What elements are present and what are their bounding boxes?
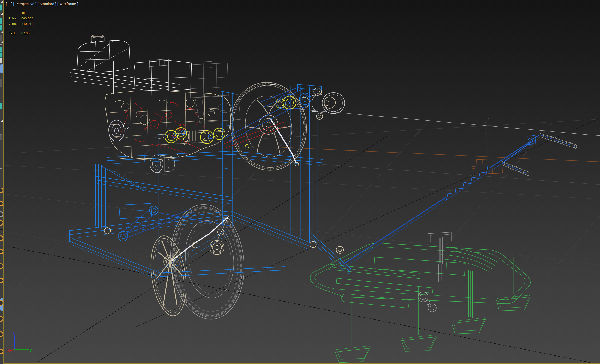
fuel-cap (92, 35, 104, 42)
toolbar-separator-dots (0, 75, 3, 76)
drawbar (343, 197, 446, 264)
sled-leg (402, 286, 437, 351)
flywheel-spokes (245, 100, 291, 153)
flyout-corner-icon[interactable] (1, 120, 3, 122)
teal-bars-icon[interactable] (0, 46, 2, 52)
clutch-drum[interactable] (312, 92, 345, 114)
sled-leg (335, 297, 370, 363)
gray-tool-icon[interactable] (0, 134, 2, 140)
flywheel-sprocket (226, 78, 311, 174)
flyout-corner-icon[interactable] (1, 31, 3, 33)
stats-verts-value: 440.041 (21, 22, 33, 26)
rear-tire[interactable] (165, 201, 250, 323)
axis-gizmo: z y x (8, 330, 32, 353)
engine-red-internals (121, 102, 286, 154)
stats-fps-value: 0,135 (21, 31, 33, 35)
gray-tool-icon[interactable] (0, 35, 2, 41)
upper-grip (540, 133, 577, 149)
perspective-viewport[interactable]: z y x [ + ] [ Perspective ] [ Standard ]… (3, 0, 600, 364)
flyout-corner-icon[interactable] (1, 0, 3, 3)
viewport-canvas[interactable]: z y x (4, 0, 600, 363)
handlebar-assembly[interactable] (343, 119, 577, 267)
teal-arc-icon[interactable] (0, 25, 2, 31)
green-sled-frame[interactable] (310, 243, 530, 363)
stats-polys-value: 663.662 (21, 17, 33, 20)
z-axis-label: z (13, 330, 15, 335)
sled-leg (452, 271, 486, 334)
stats-polys-label: Polys: (8, 17, 21, 20)
teal-tool-icon[interactable] (0, 103, 2, 109)
antenna-rod (485, 119, 489, 160)
engine[interactable] (70, 35, 296, 173)
y-axis-label: y (30, 347, 32, 352)
magnet-snap-icon[interactable] (0, 236, 3, 241)
magnet-snap-icon[interactable] (0, 278, 3, 283)
toolbar-separator-dots (0, 44, 3, 45)
white-tool-icon[interactable] (0, 58, 2, 63)
left-toolbar-strip[interactable] (0, 0, 3, 364)
sled-leg (497, 257, 531, 311)
engine-shroud (70, 59, 192, 101)
ghost-engine (190, 61, 241, 122)
magnet-snap-icon[interactable] (0, 316, 3, 322)
magnet-snap-icon[interactable] (0, 188, 3, 193)
stats-fps-label: FPS: (8, 31, 21, 35)
recoil-starter (109, 120, 129, 141)
magnet-snap-icon[interactable] (0, 349, 3, 355)
magnet-snap-icon[interactable] (0, 249, 3, 255)
teal-cube-icon[interactable] (0, 18, 2, 25)
viewport-label[interactable]: [ + ] [ Perspective ] [ Standard ] [ Wir… (6, 2, 78, 6)
active-tool-highlight[interactable] (0, 64, 3, 73)
magnet-snap-icon[interactable] (0, 263, 3, 269)
long-axle-line (263, 106, 600, 136)
flyout-corner-icon[interactable] (1, 12, 3, 15)
toolbar-separator-dots (0, 168, 3, 169)
stats-total-header: Total (21, 11, 33, 15)
gray-tool-icon[interactable] (0, 79, 2, 87)
lower-grip (501, 161, 529, 176)
x-axis (10, 350, 14, 351)
teal-tool-icon[interactable] (0, 4, 2, 10)
toolbar-separator (0, 291, 3, 291)
coil-spring (447, 167, 488, 200)
wheel-spokes (156, 240, 183, 309)
flyout-corner-icon[interactable] (1, 41, 3, 43)
toolbar-separator-dots (0, 15, 3, 16)
teal-arrow-icon[interactable] (0, 52, 2, 58)
magnet-snap-icon[interactable] (0, 201, 3, 207)
toolbar-separator (0, 229, 3, 230)
stats-verts-label: Verts: (8, 22, 21, 26)
magnet-snap-icon[interactable] (0, 220, 3, 226)
gray-snap-icon[interactable] (0, 211, 3, 217)
magnet-snap-icon[interactable] (0, 331, 3, 337)
fuel-tank (77, 35, 130, 72)
home-grid-orange-axis (269, 147, 600, 162)
statistics-overlay: Total Polys: 663.662 Verts: 440.041 FPS:… (8, 11, 33, 35)
max-viewport-screenshot: z y x [ + ] [ Perspective ] [ Standard ]… (0, 0, 600, 364)
x-axis-label: x (8, 348, 10, 353)
